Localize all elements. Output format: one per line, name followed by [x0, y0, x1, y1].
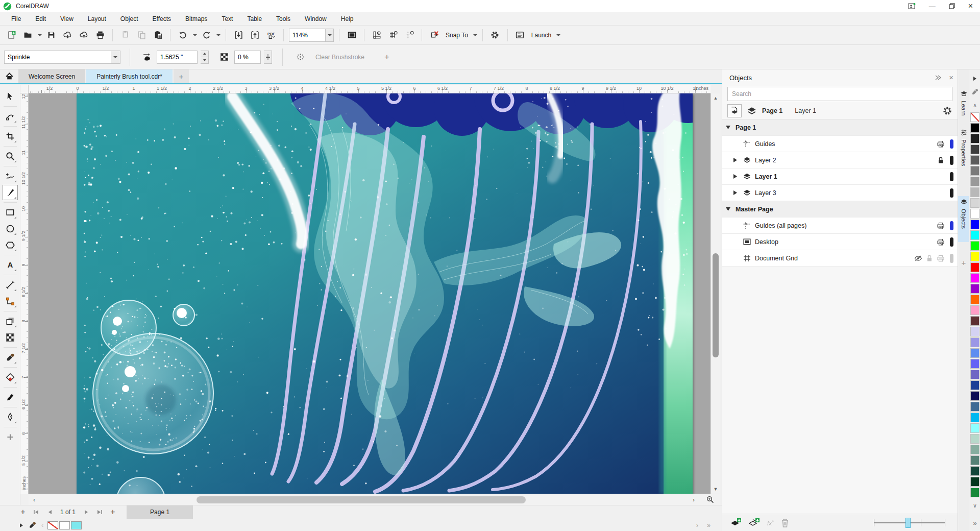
menu-help[interactable]: Help	[334, 13, 361, 25]
menu-window[interactable]: Window	[298, 13, 334, 25]
palette-swatch-ff0000[interactable]	[970, 262, 979, 272]
palette-swatch-ffff00[interactable]	[970, 252, 979, 261]
palette-swatch-9900cc[interactable]	[970, 284, 979, 294]
palette-swatch-5c5c5c[interactable]	[970, 155, 979, 165]
eyeoff-icon[interactable]	[914, 254, 922, 262]
grid-toggle-icon[interactable]	[386, 28, 400, 42]
new-layer-icon[interactable]	[730, 518, 742, 528]
collapse-arrow-icon[interactable]	[729, 190, 741, 195]
palette-swatch-1c3f96[interactable]	[970, 380, 979, 390]
palette-flyout-icon[interactable]	[19, 523, 23, 528]
palette-swatch-9b97e6[interactable]	[970, 337, 979, 347]
opacity-slider[interactable]	[874, 518, 945, 528]
propbar-add-icon[interactable]: +	[380, 50, 394, 64]
palette-eyedropper-icon-2[interactable]	[969, 87, 980, 97]
collapse-arrow-icon[interactable]	[729, 158, 741, 162]
cut-icon[interactable]	[118, 28, 132, 42]
objects-row-guides-all-pages-[interactable]: Guides (all pages)	[722, 218, 958, 234]
palette-swatch-7a7a7a[interactable]	[970, 166, 979, 176]
minimize-button[interactable]: —	[929, 3, 936, 10]
menu-file[interactable]: File	[4, 13, 28, 25]
add-page-button-2[interactable]: +	[106, 506, 119, 518]
delete-icon[interactable]	[781, 518, 789, 527]
docker-tab-learn[interactable]: Learn	[958, 88, 969, 124]
printer-icon[interactable]	[937, 238, 945, 246]
artistic-media-tool[interactable]	[3, 185, 18, 200]
vertical-scrollbar[interactable]: ▲ ▼	[710, 93, 720, 494]
tab-welcome-screen[interactable]: Welcome Screen	[18, 69, 85, 83]
palette-swatch-ff6600[interactable]	[970, 295, 979, 304]
menu-layout[interactable]: Layout	[81, 13, 113, 25]
layer-color-pill[interactable]	[950, 156, 953, 165]
transparency-slider-toggle[interactable]	[264, 51, 272, 64]
open-caret[interactable]	[38, 34, 42, 36]
scroll-left-icon[interactable]: ‹	[29, 494, 40, 505]
menu-view[interactable]: View	[53, 13, 81, 25]
palette-swatch-568176[interactable]	[970, 455, 979, 465]
redo-caret[interactable]	[216, 34, 220, 36]
menu-text[interactable]: Text	[214, 13, 240, 25]
brush-style-caret[interactable]	[111, 51, 120, 63]
menu-bitmaps[interactable]: Bitmaps	[178, 13, 214, 25]
objects-section-page-1[interactable]: Page 1	[722, 119, 958, 136]
layer-color-pill[interactable]	[950, 237, 953, 247]
scroll-down-icon[interactable]: ▼	[711, 485, 720, 494]
cloud-download-icon[interactable]	[60, 28, 75, 42]
zoom-level-caret[interactable]	[325, 29, 333, 41]
layer-color-pill[interactable]	[950, 254, 953, 263]
objects-search-box[interactable]	[727, 87, 952, 101]
palette-swatch-8effff[interactable]	[970, 423, 979, 433]
horizontal-scroll-thumb[interactable]	[197, 496, 526, 503]
palette-scroll-up-icon[interactable]: ∧	[969, 100, 980, 110]
launch-label[interactable]: Launch	[529, 32, 553, 39]
crop-tool[interactable]	[3, 129, 18, 144]
freehand-tool[interactable]	[3, 168, 18, 184]
palette-swatch-1f1f1f[interactable]	[970, 134, 979, 143]
menu-edit[interactable]: Edit	[28, 13, 53, 25]
layer-color-pill[interactable]	[950, 188, 953, 198]
snap-off-icon[interactable]	[427, 28, 442, 42]
palette-swatch-b7d8ca[interactable]	[970, 434, 979, 444]
collapse-arrow-icon[interactable]	[729, 174, 741, 179]
text-tool[interactable]: A	[3, 257, 18, 273]
add-page-button[interactable]: +	[16, 506, 30, 518]
cloud-upload-icon[interactable]	[77, 28, 91, 42]
objects-row-layer-1[interactable]: Layer 1	[722, 168, 958, 185]
palette-swatch-86ad9f[interactable]	[970, 445, 979, 454]
printer-icon[interactable]	[937, 140, 945, 148]
sprinkle-spray-icon[interactable]	[293, 50, 307, 64]
drawing-window[interactable]	[29, 93, 710, 494]
doc-swatch-white[interactable]	[59, 521, 70, 529]
palette-swatch-6462f5[interactable]	[970, 359, 979, 369]
zoom-level-input[interactable]	[289, 32, 325, 39]
printergray-icon[interactable]	[937, 254, 945, 262]
snap-to-caret[interactable]	[473, 34, 477, 36]
launch-icon[interactable]	[513, 28, 527, 42]
paste-icon[interactable]	[151, 28, 165, 42]
doc-swatch-cyan[interactable]	[71, 521, 82, 529]
palette-swatch-00ff00[interactable]	[970, 241, 979, 251]
add-docker-button[interactable]: +	[958, 256, 969, 267]
zoom-tool[interactable]	[3, 149, 18, 164]
palette-swatch-14463a[interactable]	[970, 466, 979, 476]
layer-effects-fx-icon[interactable]: fx▫	[767, 518, 774, 527]
palette-swatch-none[interactable]	[970, 112, 979, 122]
painterly-brush-tool[interactable]	[3, 390, 18, 405]
brush-style-combo[interactable]	[4, 51, 120, 64]
palette-eyedropper-icon[interactable]	[29, 521, 36, 529]
new-master-layer-icon[interactable]	[749, 518, 760, 528]
objects-row-layer-3[interactable]: Layer 3	[722, 185, 958, 201]
objects-options-gear-icon[interactable]	[942, 106, 952, 116]
pick-tool[interactable]	[3, 89, 18, 104]
last-page-icon[interactable]	[93, 506, 106, 518]
color-eyedropper-tool[interactable]	[3, 350, 18, 365]
next-page-icon[interactable]	[80, 506, 93, 518]
opacity-slider-handle[interactable]	[905, 518, 911, 528]
redo-icon[interactable]	[199, 28, 213, 42]
lockgray-icon[interactable]	[925, 254, 934, 262]
palette-swatch-d4d2f2[interactable]	[970, 327, 979, 336]
printer-icon[interactable]	[937, 222, 945, 230]
palette-swatch-000000[interactable]	[970, 123, 979, 133]
close-button[interactable]: ×	[968, 2, 973, 10]
palette-swatch-3d3d3d[interactable]	[970, 144, 979, 154]
